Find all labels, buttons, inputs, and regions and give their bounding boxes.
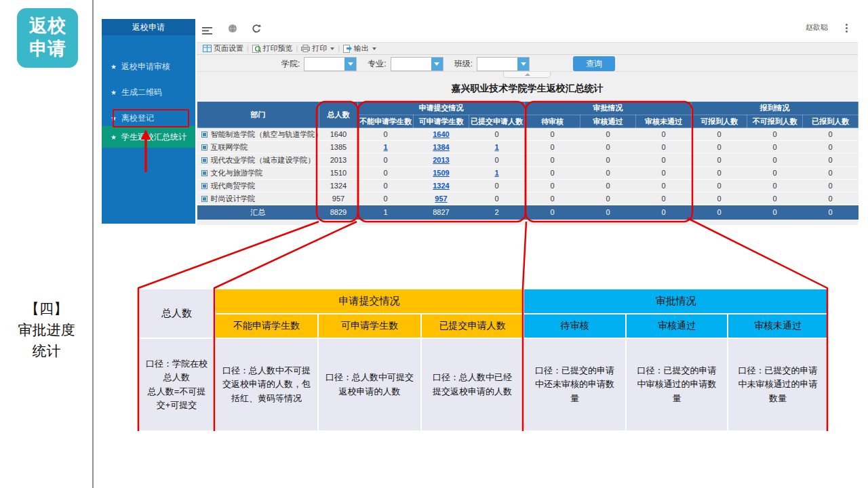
app-logo: 返校 申请	[17, 8, 78, 68]
globe-icon[interactable]	[228, 24, 237, 36]
count-link[interactable]: 957	[435, 195, 447, 203]
search-button[interactable]: 查询	[573, 56, 615, 71]
expand-icon[interactable]	[201, 157, 208, 163]
sidebar-item-label: 生成二维码	[121, 87, 162, 97]
class-label: 班级:	[454, 58, 473, 70]
total-cell: 1	[358, 205, 414, 220]
select-arrow-icon[interactable]	[344, 58, 356, 70]
expand-icon[interactable]	[201, 196, 208, 202]
sidebar-item-label: 返校申请审核	[121, 62, 170, 71]
report-toolbar: 页面设置 | 打印预览 | 打印 | 输出	[197, 42, 858, 55]
cell: 0	[525, 192, 580, 205]
expand-icon[interactable]	[201, 183, 208, 189]
group-header-approve: 审批情况	[525, 102, 692, 115]
page-setup-button[interactable]: 页面设置	[199, 43, 247, 54]
print-preview-label: 打印预览	[263, 43, 293, 54]
cell: 0	[469, 192, 525, 205]
cell-total: 1385	[319, 141, 358, 154]
table-row: 现代商贸学院 1324 0 1324 0 0 0 0 0 0 0	[197, 180, 859, 192]
star-icon: ★	[111, 115, 117, 122]
count-link[interactable]: 1384	[433, 143, 449, 151]
page-setup-label: 页面设置	[214, 43, 243, 54]
dept-name: 时尚设计学院	[211, 195, 256, 203]
star-icon: ★	[111, 134, 117, 141]
report-title: 嘉兴职业技术学院学生返校汇总统计	[197, 83, 858, 95]
total-cell: 0	[580, 205, 636, 220]
total-cell: 8829	[319, 205, 358, 220]
print-label: 打印	[312, 43, 327, 54]
college-select[interactable]	[304, 57, 357, 71]
sidebar-item-leave-register[interactable]: ★离校登记	[102, 110, 195, 126]
logo-line: 申请	[17, 37, 78, 60]
legend-desc: 口径：总人数中不可提交返校申请的人数，包括红、黄码等情况	[215, 338, 318, 431]
star-icon: ★	[111, 63, 117, 70]
cell: 0	[636, 141, 692, 154]
table-row: 智能制造学院（航空与轨道学院） 1640 0 1640 0 0 0 0 0 0 …	[197, 128, 859, 141]
col-header: 可申请学生数	[414, 115, 469, 128]
legend-col-header: 可申请学生数	[318, 314, 421, 338]
vertical-divider	[92, 0, 94, 488]
count-link[interactable]: 1509	[433, 169, 449, 177]
cell: 0	[358, 167, 414, 180]
expand-icon[interactable]	[201, 131, 208, 138]
total-cell: 2	[469, 205, 525, 220]
count-link[interactable]: 1	[494, 143, 498, 151]
cell: 0	[803, 128, 859, 141]
legend-col-header: 已提交申请人数	[421, 314, 524, 338]
cell: 0	[525, 154, 580, 167]
class-select[interactable]	[477, 57, 530, 71]
sidebar-item-return-summary-stats[interactable]: ★学生返校汇总统计	[102, 126, 195, 148]
select-arrow-icon[interactable]	[431, 58, 443, 70]
dept-name: 互联网学院	[211, 143, 248, 151]
count-link[interactable]: 2013	[433, 156, 449, 164]
more-menu-icon[interactable]	[843, 22, 850, 34]
refresh-icon[interactable]	[252, 24, 261, 36]
sidebar-item-label: 学生返校汇总统计	[121, 132, 186, 142]
expand-icon[interactable]	[201, 144, 208, 150]
col-header: 已报到人数	[803, 115, 859, 128]
print-preview-button[interactable]: 打印预览	[249, 43, 296, 54]
cell: 0	[358, 154, 414, 167]
col-header: 已提交申请人数	[469, 115, 525, 128]
cell: 0	[692, 141, 747, 154]
sidebar-item-return-apply-review[interactable]: ★返校申请审核	[102, 58, 195, 75]
collapse-menu-icon[interactable]	[202, 25, 212, 37]
filter-strip: 学院: 专业: 班级: 查询	[197, 55, 858, 72]
major-select[interactable]	[391, 57, 443, 71]
collapse-handle[interactable]	[503, 72, 551, 78]
cell: 0	[747, 128, 803, 141]
total-row: 汇总 8829 1 8827 2 0 0 0 0 0 0	[197, 205, 859, 220]
print-button[interactable]: 打印	[298, 43, 338, 54]
cell: 0	[469, 154, 525, 167]
legend-desc: 口径：已提交的申请中未审核通过的申请数量	[728, 338, 828, 431]
cell: 0	[525, 180, 580, 192]
export-button[interactable]: 输出	[340, 43, 380, 54]
cell: 0	[747, 180, 803, 192]
cell: 0	[747, 192, 803, 205]
caption-line: 统计	[0, 340, 93, 361]
count-link[interactable]: 1324	[433, 182, 449, 190]
sidebar-item-generate-qrcode[interactable]: ★生成二维码	[102, 84, 195, 100]
sidebar: 返校申请 ★返校申请审核 ★生成二维码 ★离校登记 ★学生返校汇总统计	[102, 19, 195, 224]
legend-col-header: 审核通过	[626, 314, 728, 338]
export-icon	[343, 45, 352, 53]
count-link[interactable]: 1	[494, 169, 498, 177]
count-link[interactable]: 1	[383, 143, 387, 151]
caret-down-icon	[372, 47, 376, 50]
cell: 0	[636, 128, 692, 141]
table-row: 文化与旅游学院 1510 0 1509 1 0 0 0 0 0 0	[197, 167, 859, 180]
cell: 0	[692, 154, 747, 167]
legend-approve-group-header: 审批情况	[524, 289, 828, 314]
total-cell: 0	[636, 205, 692, 220]
current-user[interactable]: 赵欲聪	[806, 22, 828, 33]
expand-icon[interactable]	[201, 170, 208, 176]
cell: 0	[803, 167, 859, 180]
cell: 0	[358, 128, 414, 141]
dept-name: 现代农业学院（城市建设学院）	[211, 156, 315, 164]
col-header: 审核未通过	[636, 115, 692, 128]
cell: 0	[747, 141, 803, 154]
count-link[interactable]: 1640	[433, 130, 449, 138]
select-arrow-icon[interactable]	[517, 58, 529, 70]
legend-desc: 口径：总人数中已经提交返校申请的人数	[421, 338, 524, 431]
col-header: 不可报到人数	[747, 115, 803, 128]
